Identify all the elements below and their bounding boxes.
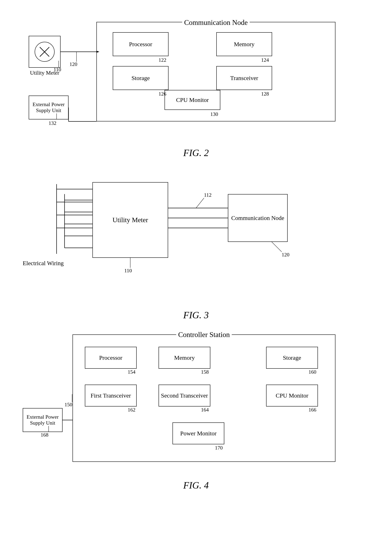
memory-ref-fig4: 158 — [201, 369, 209, 375]
utility-meter-fig2 — [29, 36, 60, 68]
cpu-monitor-label-fig4: CPU Monitor — [276, 392, 308, 399]
cpu-monitor-ref: 130 — [210, 111, 218, 117]
memory-ref: 124 — [261, 57, 269, 63]
electrical-wiring-label: Electrical Wiring — [23, 260, 64, 267]
transceiver-ref: 128 — [261, 91, 269, 97]
ext-power-fig4: External Power Supply Unit — [23, 408, 63, 432]
ref-112-fig3: 112 — [204, 192, 212, 198]
ext-power-ref-fig4: 168 — [41, 432, 48, 438]
processor-ref: 122 — [159, 57, 166, 63]
transceiver-box: Transceiver — [216, 66, 272, 90]
processor-box-fig4: Processor — [85, 347, 137, 369]
fig4-caption: FIG. 4 — [16, 480, 376, 491]
memory-box-fig4: Memory — [159, 347, 210, 369]
storage-box-fig4: Storage — [266, 347, 318, 369]
svg-line-23 — [272, 242, 282, 252]
storage-label: Storage — [132, 75, 150, 81]
first-transceiver-box: First Transceiver — [85, 385, 137, 407]
ref-110: 110 — [54, 67, 61, 73]
comm-node-label-fig3: Communication Node — [231, 215, 284, 221]
first-transceiver-label: First Transceiver — [91, 392, 131, 399]
power-monitor-label: Power Monitor — [180, 430, 217, 437]
processor-label-fig4: Processor — [99, 354, 123, 361]
memory-box: Memory — [216, 32, 272, 56]
storage-label-fig4: Storage — [283, 354, 301, 361]
comm-node-box-fig3: Communication Node — [228, 194, 288, 242]
fig3-diagram: Electrical Wiring Utility Meter 110 112 … — [17, 170, 375, 306]
ref-120: 120 — [69, 61, 77, 67]
fig3-lines — [17, 170, 375, 306]
processor-label: Processor — [129, 41, 152, 48]
ext-power-ref: 132 — [49, 120, 56, 126]
cpu-monitor-label: CPU Monitor — [176, 96, 209, 103]
memory-label-fig4: Memory — [174, 354, 195, 361]
cpu-monitor-box-fig4: CPU Monitor — [266, 385, 318, 407]
second-transceiver-label: Second Transceiver — [161, 392, 208, 399]
controller-box: Controller Station Processor 154 Memory … — [73, 335, 335, 462]
processor-box: Processor — [113, 32, 169, 56]
transceiver-label: Transceiver — [230, 75, 258, 81]
memory-label: Memory — [234, 41, 254, 48]
first-transceiver-ref: 162 — [128, 407, 135, 413]
comm-node-box: Communication Node Processor 122 Memory … — [96, 22, 335, 121]
fig2-caption: FIG. 2 — [16, 147, 376, 158]
second-transceiver-ref: 164 — [201, 407, 209, 413]
comm-node-title: Communication Node — [182, 18, 250, 27]
ref-150: 150 — [65, 402, 72, 408]
second-transceiver-box: Second Transceiver — [159, 385, 210, 407]
meter-symbol — [35, 42, 55, 62]
ref-110-fig3: 110 — [124, 268, 132, 274]
storage-box: Storage — [113, 66, 169, 90]
utility-meter-box-fig3: Utility Meter — [92, 182, 168, 258]
power-monitor-box: Power Monitor — [172, 423, 224, 444]
cpu-monitor-ref-fig4: 166 — [309, 407, 316, 413]
power-monitor-ref: 170 — [215, 445, 223, 451]
storage-ref-fig4: 160 — [309, 369, 316, 375]
controller-title: Controller Station — [176, 330, 232, 339]
processor-ref-fig4: 154 — [128, 369, 135, 375]
cpu-monitor-box: CPU Monitor — [164, 90, 220, 110]
fig4-diagram: 150 Controller Station Processor 154 Mem… — [17, 332, 375, 476]
utility-meter-label-fig3: Utility Meter — [112, 216, 148, 224]
ext-power-fig2: External Power Supply Unit — [29, 95, 68, 119]
ref-120-fig3: 120 — [282, 252, 289, 258]
ext-power-label-fig4: External Power Supply Unit — [24, 414, 61, 426]
fig2-diagram: Utility Meter 110 120 Communication Node… — [17, 20, 375, 143]
svg-line-21 — [196, 198, 204, 208]
fig3-caption: FIG. 3 — [16, 310, 376, 321]
ext-power-label: External Power Supply Unit — [30, 102, 67, 113]
